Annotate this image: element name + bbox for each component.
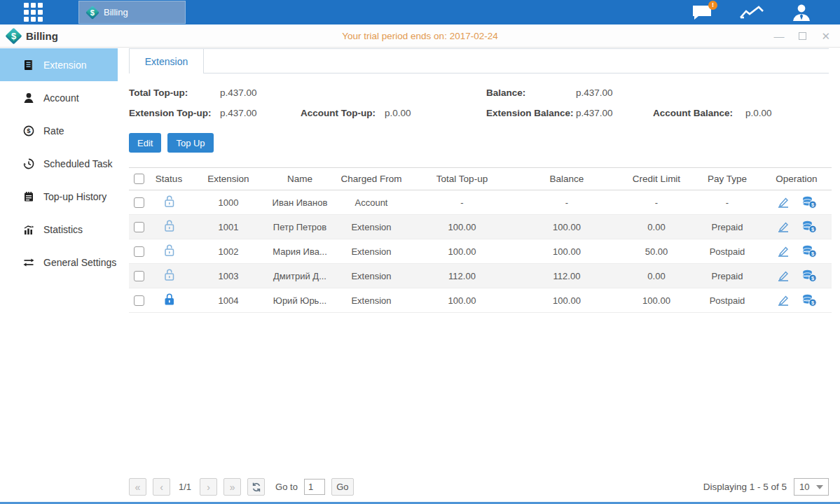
- go-button[interactable]: Go: [331, 478, 354, 496]
- account-user-icon[interactable]: [791, 4, 812, 22]
- displaying-count: Displaying 1 - 5 of 5: [703, 482, 787, 492]
- prev-page-button[interactable]: ‹: [153, 478, 170, 496]
- sidebar-item-label: Account: [43, 92, 79, 104]
- cell-extension: 1003: [189, 264, 268, 288]
- edit-pencil-icon[interactable]: [776, 220, 790, 233]
- cell-extension: 1004: [189, 288, 268, 313]
- tab-extension-label: Extension: [145, 56, 188, 67]
- sidebar-item-statistics[interactable]: Statistics: [0, 213, 118, 246]
- notification-badge: !: [708, 1, 717, 10]
- edit-button[interactable]: Edit: [129, 133, 161, 153]
- close-icon[interactable]: ✕: [821, 31, 830, 41]
- table-footer: « ‹ 1/1 › » Go to Go: [129, 478, 829, 496]
- next-page-button[interactable]: ›: [200, 478, 217, 496]
- col-operation: Operation: [762, 168, 832, 190]
- top-up-coins-icon[interactable]: $: [802, 220, 817, 233]
- clock-history-icon: [23, 158, 34, 169]
- last-page-button[interactable]: »: [223, 478, 241, 496]
- sidebar-item-extension[interactable]: Extension: [0, 48, 118, 81]
- lock-status-icon[interactable]: [163, 195, 175, 208]
- sidebar-item-scheduled-task[interactable]: Scheduled Task: [0, 147, 118, 180]
- table-row: 1004 Юрий Юрь... Extension 100.00 100.00…: [129, 288, 832, 313]
- message-icon[interactable]: !: [691, 4, 712, 21]
- billing-logo-icon: $: [5, 27, 22, 44]
- table-header-row: Status Extension Name Charged From Total…: [129, 168, 832, 190]
- go-to-page-input[interactable]: [304, 479, 325, 495]
- maximize-icon[interactable]: [799, 32, 806, 40]
- top-up-coins-icon[interactable]: $: [802, 196, 817, 209]
- minimize-icon[interactable]: —: [773, 31, 784, 41]
- cell-balance: 100.00: [514, 239, 620, 264]
- cell-balance: 100.00: [514, 288, 620, 313]
- edit-pencil-icon[interactable]: [776, 196, 790, 209]
- row-checkbox[interactable]: [134, 295, 144, 306]
- cell-credit-limit: 50.00: [620, 239, 693, 264]
- row-checkbox[interactable]: [134, 197, 144, 208]
- edit-pencil-icon[interactable]: [776, 294, 790, 307]
- svg-text:$: $: [27, 127, 31, 134]
- cell-name: Иван Иванов: [268, 190, 332, 215]
- top-up-coins-icon[interactable]: $: [802, 245, 817, 258]
- lock-open-icon: [163, 219, 175, 232]
- cell-charged-from: Account: [332, 190, 411, 215]
- top-up-coins-icon[interactable]: $: [802, 294, 817, 307]
- cell-credit-limit: 0.00: [620, 264, 693, 288]
- cell-extension: 1000: [189, 190, 268, 215]
- select-all-checkbox[interactable]: [134, 174, 144, 184]
- topbar-right-icons: !: [691, 0, 812, 24]
- table-row: 1003 Дмитрий Д... Extension 112.00 112.0…: [129, 264, 832, 288]
- row-checkbox[interactable]: [134, 222, 144, 232]
- sidebar-item-general-settings[interactable]: General Settings: [0, 246, 118, 279]
- row-checkbox[interactable]: [134, 246, 144, 257]
- sidebar-item-label: Statistics: [43, 224, 83, 235]
- cell-total-topup: 112.00: [411, 264, 514, 288]
- col-charged-from: Charged From: [332, 168, 411, 190]
- sidebar-item-rate[interactable]: $ Rate: [0, 114, 118, 147]
- window-title-bar: $ Billing Your trial period ends on: 201…: [0, 24, 840, 48]
- col-status: Status: [149, 168, 189, 190]
- lock-closed-icon: [163, 293, 175, 306]
- window-title: Billing: [26, 30, 58, 42]
- cell-pay-type: Prepaid: [693, 215, 762, 239]
- account-topup-label: Account Top-up:: [301, 108, 385, 118]
- page-size-value: 10: [799, 482, 809, 492]
- col-balance: Balance: [514, 168, 620, 190]
- total-topup-label: Total Top-up:: [129, 88, 220, 98]
- tab-extension[interactable]: Extension: [129, 48, 204, 74]
- top-up-button[interactable]: Top Up: [167, 133, 213, 153]
- cell-extension: 1001: [189, 215, 268, 239]
- cell-total-topup: 100.00: [411, 288, 514, 313]
- account-balance-label: Account Balance:: [653, 108, 745, 118]
- edit-pencil-icon[interactable]: [776, 245, 790, 258]
- first-page-button[interactable]: «: [129, 478, 146, 496]
- app-grid-icon[interactable]: [24, 3, 43, 22]
- balance-summary: Total Top-up: p.437.00 Extension Top-up:…: [129, 88, 829, 118]
- sidebar-item-topup-history[interactable]: Top-up History: [0, 180, 118, 213]
- edit-pencil-icon[interactable]: [776, 270, 790, 282]
- taskbar-billing-button[interactable]: $ Billing: [78, 1, 186, 24]
- cell-name: Петр Петров: [268, 215, 332, 239]
- sidebar-item-account[interactable]: Account: [0, 81, 118, 114]
- row-checkbox[interactable]: [134, 271, 144, 281]
- monitor-icon[interactable]: [739, 4, 764, 21]
- extension-topup-value: p.437.00: [220, 108, 301, 118]
- transfer-arrows-icon: [23, 257, 34, 268]
- cell-credit-limit: 0.00: [620, 215, 693, 239]
- lock-open-icon: [163, 244, 175, 257]
- cell-extension: 1002: [189, 239, 268, 264]
- cell-total-topup: 100.00: [411, 215, 514, 239]
- lock-status-icon[interactable]: [163, 268, 175, 281]
- lock-status-icon[interactable]: [163, 244, 175, 257]
- table-row: 1000 Иван Иванов Account - - - -: [129, 190, 832, 215]
- sidebar: Extension Account $ Rate: [0, 48, 118, 502]
- extension-balance-value: p.437.00: [576, 108, 653, 118]
- top-up-coins-icon[interactable]: $: [802, 270, 817, 282]
- cell-total-topup: -: [411, 190, 514, 215]
- lock-status-icon[interactable]: [163, 219, 175, 232]
- cell-name: Мария Ива...: [268, 239, 332, 264]
- refresh-icon[interactable]: [247, 478, 265, 496]
- page-size-select[interactable]: 10: [794, 478, 829, 496]
- cell-balance: -: [514, 190, 620, 215]
- cell-pay-type: Postpaid: [693, 288, 762, 313]
- lock-status-icon[interactable]: [163, 293, 175, 306]
